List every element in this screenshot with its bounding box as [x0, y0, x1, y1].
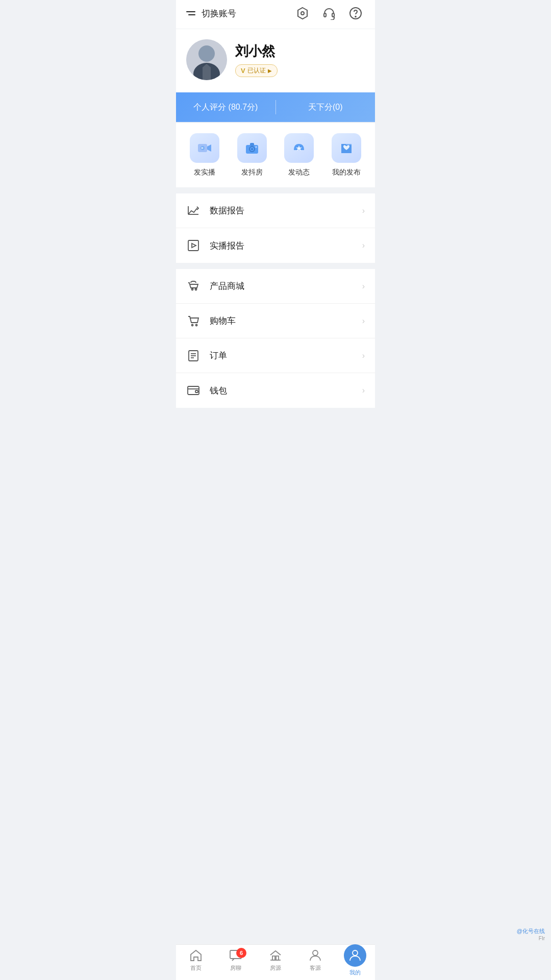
- verified-label: 已认证: [247, 66, 266, 75]
- action-doufang-label: 发抖房: [241, 168, 263, 177]
- action-mypublish[interactable]: 我的发布: [323, 133, 370, 177]
- menu-item-wallet[interactable]: 钱包 ›: [176, 373, 375, 408]
- menu-label-shopping-cart: 购物车: [210, 315, 362, 327]
- svg-rect-35: [276, 956, 279, 960]
- svg-rect-13: [250, 143, 254, 146]
- person-icon: [309, 949, 322, 962]
- menu-item-shopping-cart[interactable]: 购物车 ›: [176, 304, 375, 338]
- menu-item-live-report[interactable]: 实播报告 ›: [176, 228, 375, 263]
- nav-tab-customer[interactable]: 客源: [295, 949, 335, 972]
- action-live-label: 发实播: [194, 168, 215, 177]
- menu-arrow-product-mall: ›: [362, 282, 365, 291]
- verified-badge[interactable]: V 已认证 ▶: [235, 64, 278, 77]
- avatar: [186, 39, 227, 80]
- top-nav: 切换账号: [176, 0, 375, 29]
- settings-icon[interactable]: [293, 4, 312, 22]
- nav-tab-fangchat-label: 房聊: [230, 964, 241, 972]
- svg-point-16: [251, 149, 253, 150]
- menu-arrow-orders: ›: [362, 351, 365, 360]
- svg-point-5: [355, 16, 356, 17]
- doufang-icon: [237, 133, 267, 163]
- nav-icons: [293, 4, 365, 22]
- menu-section-reports: 数据报告 › 实播报告 ›: [176, 193, 375, 263]
- svg-point-26: [196, 324, 197, 326]
- action-dynamic-label: 发动态: [288, 168, 310, 177]
- action-doufang[interactable]: 发抖房: [229, 133, 276, 177]
- svg-point-1: [301, 12, 304, 15]
- svg-point-37: [313, 950, 318, 955]
- menu-arrow-live-report: ›: [362, 241, 365, 250]
- menu-item-product-mall[interactable]: 产品商城 ›: [176, 269, 375, 304]
- profile-section: 刘小然 V 已认证 ▶: [176, 29, 375, 92]
- chat-badge: 6: [236, 948, 246, 958]
- menu-arrow-wallet: ›: [362, 386, 365, 395]
- svg-marker-0: [298, 8, 307, 19]
- svg-point-17: [255, 146, 257, 148]
- nav-tab-home-label: 首页: [190, 964, 202, 972]
- headset-icon[interactable]: [320, 4, 338, 22]
- switch-icon: [186, 8, 197, 19]
- verified-v: V: [241, 67, 245, 75]
- menu-label-data-report: 数据报告: [210, 205, 362, 216]
- question-icon[interactable]: [346, 4, 365, 22]
- menu-arrow-shopping-cart: ›: [362, 316, 365, 326]
- home-icon: [189, 949, 203, 962]
- svg-rect-2: [324, 13, 326, 17]
- live-icon: [190, 133, 219, 163]
- bottom-nav: 首页 6 房聊 房源: [176, 944, 375, 980]
- nav-tab-fangchat[interactable]: 6 房聊: [216, 949, 256, 972]
- switch-account-button[interactable]: 切换账号: [186, 8, 236, 19]
- nav-tab-fangyuan-label: 房源: [270, 964, 281, 972]
- wallet-icon: [186, 383, 201, 398]
- action-dynamic[interactable]: 发动态: [276, 133, 323, 177]
- menu-item-orders[interactable]: 订单 ›: [176, 338, 375, 373]
- svg-point-25: [192, 324, 193, 326]
- menu-arrow-data-report: ›: [362, 206, 365, 215]
- switch-account-label: 切换账号: [202, 8, 236, 19]
- menu-label-live-report: 实播报告: [210, 240, 362, 252]
- nav-tab-mine-label: 我的: [349, 969, 361, 976]
- action-live[interactable]: 发实播: [181, 133, 229, 177]
- svg-rect-34: [272, 956, 275, 960]
- menu-section-shop: 产品商城 › 购物车 › 订单 ›: [176, 269, 375, 408]
- svg-rect-32: [195, 390, 198, 393]
- verified-arrow: ▶: [268, 68, 272, 74]
- score-bar: 个人评分 (80.7分) 天下分(0): [176, 92, 375, 122]
- menu-label-wallet: 钱包: [210, 385, 362, 397]
- menu-label-orders: 订单: [210, 350, 362, 361]
- nav-tab-home[interactable]: 首页: [176, 949, 216, 972]
- svg-point-38: [353, 950, 358, 955]
- live-report-icon: [186, 238, 201, 253]
- dynamic-icon: [284, 133, 314, 163]
- house-icon: [269, 949, 282, 962]
- profile-info: 刘小然 V 已认证 ▶: [235, 42, 278, 77]
- nav-tab-mine[interactable]: 我的: [335, 944, 375, 976]
- svg-point-7: [198, 45, 215, 62]
- menu-label-product-mall: 产品商城: [210, 280, 362, 292]
- svg-point-23: [192, 288, 193, 290]
- mine-icon: [344, 944, 366, 967]
- mypublish-icon: [332, 133, 361, 163]
- action-mypublish-label: 我的发布: [332, 168, 361, 177]
- shop-icon: [186, 279, 201, 293]
- cart-icon: [186, 314, 201, 328]
- chart-icon: [186, 204, 201, 218]
- order-icon: [186, 349, 201, 363]
- svg-point-24: [195, 288, 197, 290]
- personal-score[interactable]: 个人评分 (80.7分): [176, 92, 276, 122]
- username: 刘小然: [235, 42, 278, 60]
- menu-item-data-report[interactable]: 数据报告 ›: [176, 193, 375, 228]
- svg-marker-22: [192, 243, 196, 248]
- svg-rect-3: [332, 13, 334, 17]
- nav-tab-customer-label: 客源: [310, 964, 321, 972]
- nav-tab-fangyuan[interactable]: 房源: [256, 949, 295, 972]
- quick-actions: 发实播 发抖房: [176, 123, 375, 187]
- tianxia-score[interactable]: 天下分(0): [276, 92, 375, 122]
